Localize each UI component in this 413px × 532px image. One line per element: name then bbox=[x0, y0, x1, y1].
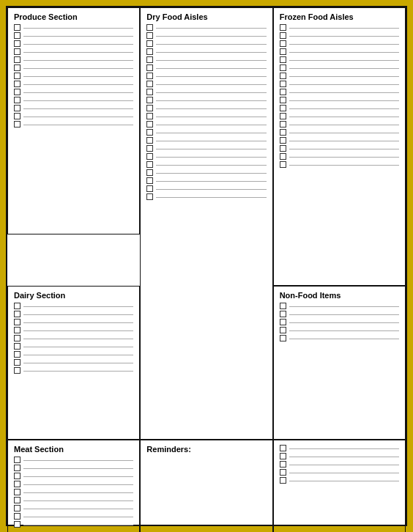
list-item[interactable] bbox=[146, 193, 266, 200]
list-item[interactable] bbox=[146, 56, 266, 63]
list-item[interactable] bbox=[280, 121, 399, 128]
list-item[interactable] bbox=[280, 161, 399, 168]
checkbox[interactable] bbox=[146, 64, 153, 71]
list-item[interactable] bbox=[146, 177, 266, 184]
list-item[interactable] bbox=[280, 113, 399, 119]
checkbox[interactable] bbox=[280, 105, 286, 111]
list-item[interactable] bbox=[280, 327, 399, 333]
checkbox[interactable] bbox=[14, 89, 21, 95]
list-item[interactable] bbox=[14, 359, 133, 366]
checkbox[interactable] bbox=[14, 465, 21, 471]
list-item[interactable] bbox=[280, 81, 399, 87]
list-item[interactable] bbox=[280, 153, 399, 160]
list-item[interactable] bbox=[280, 56, 399, 63]
checkbox[interactable] bbox=[280, 469, 286, 476]
list-item[interactable] bbox=[280, 137, 399, 144]
list-item[interactable] bbox=[14, 32, 133, 39]
checkbox[interactable] bbox=[280, 121, 286, 128]
checkbox[interactable] bbox=[146, 24, 153, 31]
checkbox[interactable] bbox=[14, 335, 21, 341]
list-item[interactable] bbox=[280, 32, 399, 39]
checkbox[interactable] bbox=[146, 161, 153, 168]
list-item[interactable] bbox=[280, 97, 399, 103]
checkbox[interactable] bbox=[14, 457, 21, 463]
checkbox[interactable] bbox=[280, 81, 286, 87]
checkbox[interactable] bbox=[146, 105, 153, 111]
checkbox[interactable] bbox=[280, 153, 286, 160]
list-item[interactable] bbox=[280, 105, 399, 111]
list-item[interactable] bbox=[14, 89, 133, 95]
list-item[interactable] bbox=[14, 367, 133, 374]
list-item[interactable] bbox=[280, 319, 399, 325]
list-item[interactable] bbox=[146, 48, 266, 55]
list-item[interactable] bbox=[280, 461, 399, 468]
list-item[interactable] bbox=[280, 453, 399, 459]
checkbox[interactable] bbox=[280, 453, 286, 459]
checkbox[interactable] bbox=[280, 56, 286, 63]
list-item[interactable] bbox=[280, 303, 399, 309]
checkbox[interactable] bbox=[146, 97, 153, 103]
checkbox[interactable] bbox=[14, 351, 21, 358]
checkbox[interactable] bbox=[14, 513, 21, 520]
list-item[interactable] bbox=[14, 48, 133, 55]
list-item[interactable] bbox=[146, 145, 266, 152]
list-item[interactable] bbox=[14, 457, 133, 463]
checkbox[interactable] bbox=[280, 327, 286, 333]
list-item[interactable] bbox=[146, 81, 266, 87]
checkbox[interactable] bbox=[14, 73, 21, 79]
checkbox[interactable] bbox=[280, 129, 286, 136]
list-item[interactable] bbox=[14, 497, 133, 503]
list-item[interactable] bbox=[146, 121, 266, 128]
checkbox[interactable] bbox=[14, 48, 21, 55]
list-item[interactable] bbox=[14, 311, 133, 317]
checkbox[interactable] bbox=[14, 24, 21, 31]
list-item[interactable] bbox=[280, 477, 399, 484]
checkbox[interactable] bbox=[14, 311, 21, 317]
list-item[interactable] bbox=[14, 64, 133, 71]
checkbox[interactable] bbox=[146, 32, 153, 39]
list-item[interactable] bbox=[14, 505, 133, 511]
checkbox[interactable] bbox=[14, 327, 21, 333]
checkbox[interactable] bbox=[146, 129, 153, 136]
list-item[interactable] bbox=[146, 40, 266, 47]
checkbox[interactable] bbox=[146, 89, 153, 95]
list-item[interactable] bbox=[146, 64, 266, 71]
list-item[interactable] bbox=[146, 73, 266, 79]
checkbox[interactable] bbox=[146, 169, 153, 176]
checkbox[interactable] bbox=[280, 32, 286, 39]
checkbox[interactable] bbox=[14, 81, 21, 87]
list-item[interactable] bbox=[280, 64, 399, 71]
list-item[interactable] bbox=[14, 351, 133, 358]
list-item[interactable] bbox=[280, 24, 399, 31]
list-item[interactable] bbox=[14, 327, 133, 333]
list-item[interactable] bbox=[14, 335, 133, 341]
list-item[interactable] bbox=[280, 145, 399, 152]
list-item[interactable] bbox=[146, 161, 266, 168]
checkbox[interactable] bbox=[14, 497, 21, 503]
list-item[interactable] bbox=[146, 129, 266, 136]
list-item[interactable] bbox=[14, 513, 133, 520]
checkbox[interactable] bbox=[146, 121, 153, 128]
checkbox[interactable] bbox=[280, 303, 286, 309]
checkbox[interactable] bbox=[14, 521, 21, 528]
list-item[interactable] bbox=[14, 473, 133, 479]
checkbox[interactable] bbox=[14, 473, 21, 479]
list-item[interactable] bbox=[14, 40, 133, 47]
checkbox[interactable] bbox=[280, 461, 286, 468]
list-item[interactable] bbox=[14, 113, 133, 119]
list-item[interactable] bbox=[146, 24, 266, 31]
checkbox[interactable] bbox=[280, 97, 286, 103]
list-item[interactable] bbox=[146, 105, 266, 111]
checkbox[interactable] bbox=[280, 73, 286, 79]
list-item[interactable] bbox=[280, 335, 399, 341]
checkbox[interactable] bbox=[146, 113, 153, 119]
list-item[interactable] bbox=[14, 24, 133, 31]
checkbox[interactable] bbox=[280, 311, 286, 317]
list-item[interactable] bbox=[14, 56, 133, 63]
list-item[interactable] bbox=[146, 185, 266, 192]
checkbox[interactable] bbox=[14, 489, 21, 495]
checkbox[interactable] bbox=[146, 185, 153, 192]
checkbox[interactable] bbox=[14, 343, 21, 350]
checkbox[interactable] bbox=[280, 319, 286, 325]
checkbox[interactable] bbox=[146, 81, 153, 87]
